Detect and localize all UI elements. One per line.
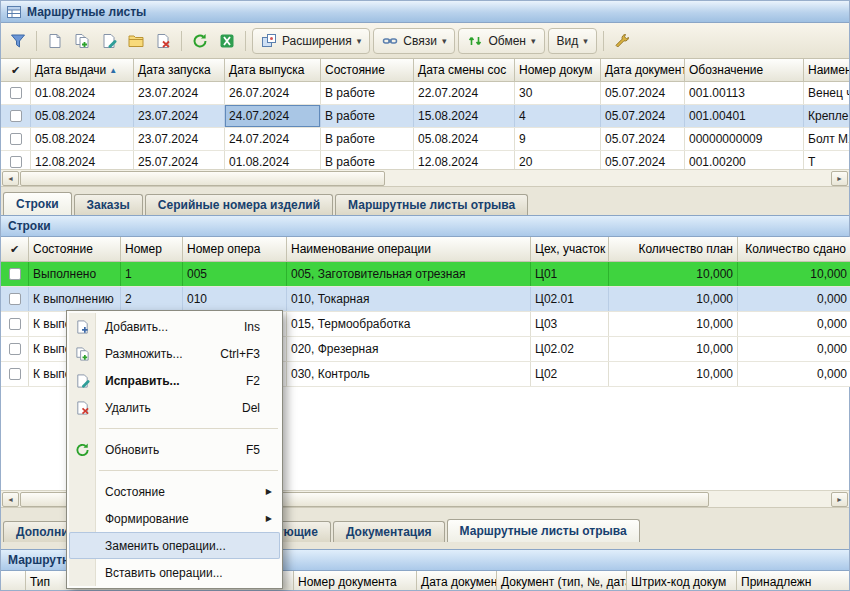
column-header-doc-date[interactable]: Дата документа [601,59,685,82]
table-cell: 020, Фрезерная [287,337,531,361]
column-header-release-date[interactable]: Дата выпуска [225,59,321,82]
table-cell: 2 [121,287,183,311]
refresh-button[interactable] [188,29,212,53]
column-header-op-name[interactable]: Наименование операции [287,237,531,262]
tab-serial-numbers[interactable]: Серийные номера изделий [145,194,333,215]
table-cell [1,337,29,361]
row-checkbox[interactable] [9,343,21,355]
check-column-header[interactable] [1,571,26,590]
menu-item-edit[interactable]: Исправить... F2 [69,367,280,394]
column-header-state[interactable]: Состояние [321,59,414,82]
settings-button[interactable] [610,29,634,53]
column-header-designation[interactable]: Обозначение [685,59,804,82]
row-checkbox[interactable] [9,318,21,330]
tab-orders[interactable]: Заказы [74,194,143,215]
column-header-belonging[interactable]: Принадлежн [737,571,849,590]
operation-row-selected[interactable]: К выполнению 2 010 010, Токарная Ц02.01 … [1,287,850,312]
row-checkbox[interactable] [10,87,22,99]
menu-item-insert-operations[interactable]: Вставить операции... [69,559,280,586]
column-header-number[interactable]: Номер [121,237,183,262]
table-cell: К выполнению [29,287,121,311]
menu-item-state[interactable]: Состояние ▶ [69,478,280,505]
scroll-track[interactable] [20,171,830,186]
chevron-down-icon: ▾ [357,36,362,46]
view-menu-button[interactable]: Вид ▾ [548,28,597,54]
scroll-left-arrow[interactable]: ◄ [2,492,19,507]
scroll-left-arrow[interactable]: ◄ [2,171,19,186]
table-cell: 23.07.2024 [134,128,225,150]
toolbar-separator [245,31,246,51]
table-cell: Ц03 [531,312,609,336]
row-checkbox[interactable] [9,368,21,380]
route-table-row[interactable]: 05.08.2024 23.07.2024 24.07.2024 В работ… [1,128,849,151]
column-header-document[interactable]: Документ (тип, №, дата) [497,571,627,590]
excel-export-button[interactable] [215,29,239,53]
column-header-workshop[interactable]: Цех, участок [531,237,609,262]
scroll-right-arrow[interactable]: ► [831,171,848,186]
check-column-header[interactable]: ✔ [1,237,29,262]
tab-tearoff-sheets-bottom[interactable]: Маршрутные листы отрыва [447,519,640,542]
column-header-doc-number[interactable]: Номер докум [515,59,601,82]
add-button[interactable] [43,29,67,53]
table-cell: 05.07.2024 [601,128,685,150]
extensions-menu-button[interactable]: Расширения ▾ [252,28,370,54]
submenu-arrow-icon: ▶ [266,487,274,496]
window-titlebar: Маршрутные листы [1,1,849,23]
add-document-icon [75,319,90,334]
filter-button[interactable] [6,29,30,53]
operation-row-completed[interactable]: Выполнено 1 005 005, Заготовительная отр… [1,262,850,287]
route-sheets-table: ✔ Дата выдачи▲ Дата запуска Дата выпуска… [1,59,849,169]
links-menu-button[interactable]: Связи ▾ [373,28,455,54]
delete-document-icon [75,400,90,415]
menu-item-replace-operations[interactable]: Заменить операции... [69,532,280,559]
delete-button[interactable] [151,29,175,53]
scroll-thumb[interactable] [20,171,385,186]
check-column-header[interactable]: ✔ [1,59,31,82]
column-header-barcode[interactable]: Штрих-код докум [627,571,737,590]
duplicate-button[interactable] [70,29,94,53]
menu-item-forming[interactable]: Формирование ▶ [69,505,280,532]
table-cell: 25.07.2024 [134,151,225,169]
table-cell [1,262,29,286]
column-header-launch-date[interactable]: Дата запуска [134,59,225,82]
tab-strings[interactable]: Строки [3,192,72,215]
route-table-row[interactable]: 01.08.2024 23.07.2024 26.07.2024 В работ… [1,82,849,105]
menu-item-refresh[interactable]: Обновить F5 [69,436,280,463]
column-header-issue-date[interactable]: Дата выдачи▲ [31,59,134,82]
edit-button[interactable] [97,29,121,53]
check-icon: ✔ [10,244,19,255]
open-button[interactable] [124,29,148,53]
toolbar-separator [181,31,182,51]
exchange-menu-button[interactable]: Обмен ▾ [458,28,544,54]
column-header-doc-number[interactable]: Номер документа [294,571,417,590]
focused-cell[interactable]: 24.07.2024 [225,105,321,127]
column-header-state-change-date[interactable]: Дата смены сос [414,59,515,82]
exchange-label: Обмен [488,34,526,48]
row-checkbox[interactable] [9,268,21,280]
route-table-row-selected[interactable]: 05.08.2024 23.07.2024 24.07.2024 В работ… [1,105,849,128]
route-table-row[interactable]: 12.08.2024 25.07.2024 01.08.2024 В работ… [1,151,849,169]
row-checkbox[interactable] [10,133,22,145]
tab-tearoff-sheets[interactable]: Маршрутные листы отрыва [335,194,528,215]
tab-documentation[interactable]: Документация [333,521,445,542]
column-header-qty-plan[interactable]: Количество план [609,237,738,262]
route-sheets-window: Маршрутные листы Расширения ▾ Связи ▾ Об… [0,0,850,591]
table-cell: 10,000 [609,312,738,336]
menu-item-add[interactable]: Добавить... Ins [69,313,280,340]
column-header-doc-date[interactable]: Дата документа [417,571,497,590]
column-header-name[interactable]: Наимен [804,59,849,82]
table-cell: 23.07.2024 [134,82,225,104]
table-cell: 10,000 [738,262,850,286]
scroll-right-arrow[interactable]: ► [831,492,848,507]
table-cell: 4 [515,105,601,127]
table-cell: В работе [321,128,414,150]
row-checkbox[interactable] [9,293,21,305]
column-header-op-number[interactable]: Номер опера [183,237,287,262]
top-grid-hscrollbar: ◄ ► [1,169,849,187]
row-checkbox[interactable] [10,110,22,122]
menu-item-duplicate[interactable]: Размножить... Ctrl+F3 [69,340,280,367]
row-checkbox[interactable] [10,156,22,168]
column-header-state[interactable]: Состояние [29,237,121,262]
menu-item-delete[interactable]: Удалить Del [69,394,280,421]
column-header-qty-done[interactable]: Количество сдано [738,237,850,262]
